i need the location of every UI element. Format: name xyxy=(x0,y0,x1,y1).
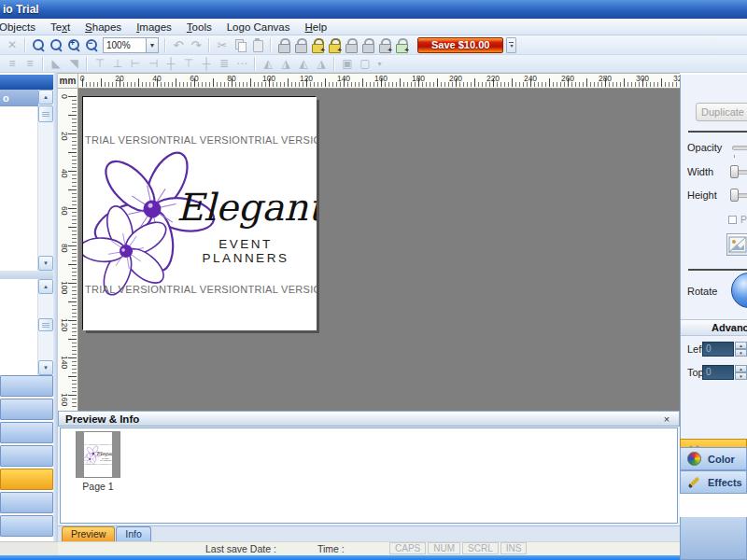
zoom-dropdown-arrow-icon[interactable]: ▼ xyxy=(146,37,159,53)
align-top-icon[interactable]: ⊤ xyxy=(92,55,108,72)
page-thumbnail[interactable]: TRIAL VERSIONTRIAL VERSIONTRIAL VERSION … xyxy=(76,431,120,478)
scrollbar-thumb[interactable] xyxy=(38,318,53,331)
sidebar-object-list[interactable] xyxy=(0,106,38,271)
align-icon[interactable]: ≡ xyxy=(21,55,38,72)
preserve-checkbox[interactable] xyxy=(728,216,737,224)
scrollbar-thumb[interactable] xyxy=(38,105,53,122)
top-position-field[interactable]: 0 xyxy=(702,365,734,380)
flip-vertical-icon[interactable]: ◣ xyxy=(48,55,64,72)
separator[interactable] xyxy=(254,57,256,71)
preview-panel-body: TRIAL VERSIONTRIAL VERSIONTRIAL VERSION … xyxy=(60,427,678,524)
separator[interactable] xyxy=(42,57,44,71)
sidebar-category-bar[interactable] xyxy=(0,445,53,467)
sidebar-scrollbar[interactable]: ▲ ▼ xyxy=(38,90,53,271)
scroll-down-icon[interactable]: ▼ xyxy=(38,256,53,271)
center-icon[interactable]: ┼ xyxy=(162,55,179,72)
zoom-level-input[interactable] xyxy=(103,37,146,53)
lock-plus-icon[interactable]: + xyxy=(376,36,392,53)
sidebar-library-list[interactable] xyxy=(0,279,38,375)
width-slider-thumb[interactable] xyxy=(730,165,739,178)
lock-green-icon[interactable]: + xyxy=(393,36,409,53)
copy-icon[interactable] xyxy=(232,36,248,53)
unlock-plus-icon[interactable]: + xyxy=(326,36,342,53)
zoom-tool-icon[interactable] xyxy=(48,36,64,53)
opacity-slider[interactable] xyxy=(732,146,747,150)
redo-icon[interactable]: ↷ xyxy=(188,36,204,53)
save-upgrade-button[interactable]: Save $10.00 xyxy=(417,37,503,53)
close-icon[interactable]: × xyxy=(660,413,673,426)
advanced-section-header[interactable]: Advanced xyxy=(681,319,747,336)
sidebar-scrollbar[interactable]: ▲ ▼ xyxy=(38,279,53,375)
lock-icon[interactable] xyxy=(292,36,308,53)
lock-icon[interactable] xyxy=(275,36,291,53)
separator[interactable] xyxy=(208,38,210,52)
order-icon[interactable]: ◮ xyxy=(277,55,294,72)
separator[interactable] xyxy=(270,38,272,52)
align-middle-icon[interactable]: ⊤ xyxy=(180,55,197,72)
left-spinner[interactable]: ▲▼ xyxy=(735,342,747,357)
align-icon[interactable]: ≡ xyxy=(4,55,21,72)
center-page-icon[interactable]: ┼ xyxy=(198,55,215,72)
tab-preview[interactable]: Preview xyxy=(62,526,115,541)
menu-logo-canvas[interactable]: Logo Canvas xyxy=(219,19,298,35)
sidebar-category-bar[interactable] xyxy=(0,492,53,513)
height-slider-thumb[interactable] xyxy=(730,189,739,202)
lock-icon[interactable] xyxy=(359,36,375,53)
unlock-plus-icon[interactable]: + xyxy=(309,36,325,53)
logo-tagline-text[interactable]: EVENT PLANNERS xyxy=(175,237,317,265)
title-bar[interactable]: io Trial xyxy=(0,0,747,19)
separator[interactable] xyxy=(333,57,335,71)
order-icon[interactable]: ◭ xyxy=(295,55,312,72)
scroll-up-icon[interactable]: ▲ xyxy=(38,279,53,294)
paste-icon[interactable] xyxy=(249,36,266,53)
lock-icon[interactable] xyxy=(343,36,359,53)
design-canvas[interactable]: TRIAL VERSIONTRIAL VERSIONTRIAL VERSION … xyxy=(78,89,680,411)
menu-bar: ObjectsTextShapesImagesToolsLogo CanvasH… xyxy=(0,19,747,35)
space-horizontal-icon[interactable]: ⋯ xyxy=(233,55,250,72)
group-icon[interactable]: ▣ xyxy=(339,55,356,72)
delete-icon[interactable]: ✕ xyxy=(4,36,21,53)
toolbar-options-dropdown[interactable]: ▾ xyxy=(506,37,516,53)
ungroup-icon[interactable]: ▢ xyxy=(357,55,374,72)
tab-info[interactable]: Info xyxy=(116,526,151,541)
order-icon[interactable]: ◮ xyxy=(313,55,330,72)
menu-tools[interactable]: Tools xyxy=(179,19,219,35)
zoom-in-icon[interactable]: + xyxy=(65,36,82,53)
top-spinner[interactable]: ▲▼ xyxy=(735,365,747,380)
flip-horizontal-icon[interactable]: ◥ xyxy=(65,55,82,72)
separator[interactable] xyxy=(24,38,26,52)
sidebar-category-bar[interactable] xyxy=(0,399,53,420)
zoom-out-icon[interactable]: − xyxy=(83,36,100,53)
image-fill-button[interactable] xyxy=(726,233,747,256)
menu-images[interactable]: Images xyxy=(129,19,179,35)
sidebar-category-bar[interactable] xyxy=(0,469,53,490)
logo-name-text[interactable]: Elegant xyxy=(176,187,315,228)
space-vertical-icon[interactable]: ≣ xyxy=(216,55,233,72)
align-bottom-icon[interactable]: ⊥ xyxy=(109,55,126,72)
cut-icon[interactable]: ✂ xyxy=(214,36,231,53)
sidebar-splitter[interactable] xyxy=(0,271,53,279)
more-icon[interactable]: ▾ xyxy=(374,55,385,72)
nav-color[interactable]: Color xyxy=(680,447,747,470)
undo-icon[interactable]: ↶ xyxy=(170,36,187,53)
sidebar-category-bar[interactable] xyxy=(0,422,53,443)
scroll-down-icon[interactable]: ▼ xyxy=(38,360,53,375)
nav-effects[interactable]: Effects xyxy=(680,470,747,494)
menu-help[interactable]: Help xyxy=(298,19,335,35)
zoom-window-icon[interactable] xyxy=(30,36,47,53)
menu-shapes[interactable]: Shapes xyxy=(78,19,129,35)
left-position-field[interactable]: 0 xyxy=(702,342,734,357)
scroll-up-icon[interactable]: ▲ xyxy=(38,90,53,105)
menu-objects[interactable]: Objects xyxy=(0,19,43,35)
sidebar-category-bar[interactable] xyxy=(0,515,53,537)
align-left-icon[interactable]: ⊢ xyxy=(127,55,144,72)
sidebar-category-bar[interactable] xyxy=(0,375,53,397)
duplicate-button[interactable]: Duplicate xyxy=(696,103,747,121)
align-right-icon[interactable]: ⊣ xyxy=(145,55,162,72)
logo-page[interactable]: TRIAL VERSIONTRIAL VERSIONTRIAL VERSION … xyxy=(82,96,316,329)
order-icon[interactable]: ◭ xyxy=(260,55,276,72)
separator[interactable] xyxy=(164,38,166,52)
menu-text[interactable]: Text xyxy=(43,19,78,35)
separator[interactable] xyxy=(86,57,88,71)
rotate-knob[interactable] xyxy=(731,273,747,308)
